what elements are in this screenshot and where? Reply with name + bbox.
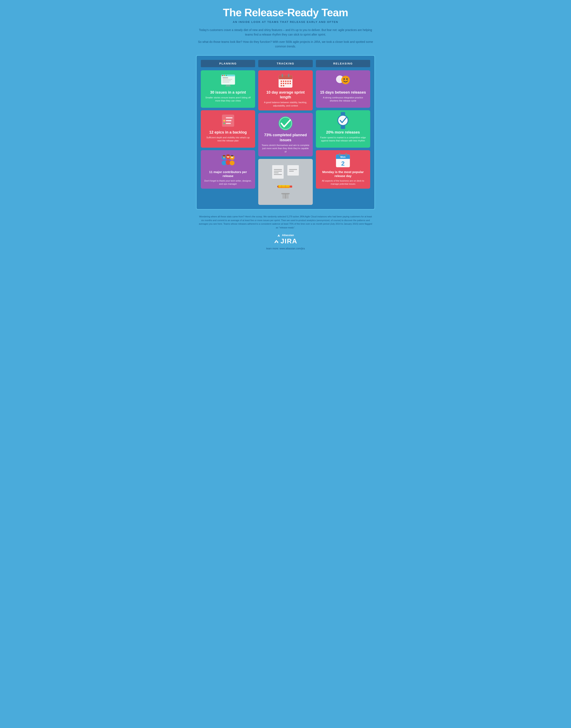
svg-rect-17 xyxy=(226,123,231,124)
svg-point-46 xyxy=(288,83,289,84)
tracking-column: 10 day average sprint length A good bala… xyxy=(258,70,313,205)
atlassian-brand: Atlassian xyxy=(196,234,375,237)
svg-point-48 xyxy=(281,85,282,86)
svg-rect-56 xyxy=(281,185,282,188)
releasing-stat-3: Monday is the most popular release day xyxy=(319,170,367,178)
svg-point-49 xyxy=(283,85,284,86)
svg-rect-1 xyxy=(221,75,235,76)
tracking-card-2: 73% completed planned issues Teams stret… xyxy=(258,113,313,156)
svg-rect-5 xyxy=(222,78,228,78)
screen-icon xyxy=(220,74,236,88)
releasing-card-1: 15 days between releases A strong contin… xyxy=(316,70,370,108)
releasing-card-3: Mon 2 Monday is the most popular release… xyxy=(316,150,370,189)
footer-disclaimer: Wondering where all these stats came fro… xyxy=(196,215,375,230)
page-header: The Release-Ready Team AN INSIDE LOOK AT… xyxy=(196,6,375,49)
planning-stat-3: 11 major contributors per release xyxy=(204,170,252,178)
svg-point-39 xyxy=(283,81,284,82)
planning-stat-2: 12 epics in a backlog xyxy=(209,130,247,135)
checkmark-icon xyxy=(277,116,294,131)
svg-text:2: 2 xyxy=(341,160,345,167)
svg-point-42 xyxy=(290,81,291,82)
svg-point-68 xyxy=(338,116,348,125)
tracking-desc-1: A good balance between stability, backlo… xyxy=(261,101,310,107)
svg-rect-66 xyxy=(341,126,345,129)
svg-rect-34 xyxy=(278,75,293,79)
svg-point-47 xyxy=(290,83,291,84)
svg-rect-57 xyxy=(285,185,286,188)
svg-point-41 xyxy=(288,81,289,82)
svg-point-79 xyxy=(277,241,278,243)
releasing-stat-2: 20% more releases xyxy=(326,130,360,135)
calendar-mon-icon: Mon 2 xyxy=(335,153,351,168)
svg-point-63 xyxy=(344,79,345,80)
svg-text:Mon: Mon xyxy=(340,155,346,158)
releasing-card-2: 20% more releases Faster speed to market… xyxy=(316,110,370,148)
tracking-stat-1: 10 day average sprint length xyxy=(261,90,310,100)
svg-point-78 xyxy=(275,241,276,243)
svg-rect-37 xyxy=(288,74,290,77)
releasing-stat-1: 15 days between releases xyxy=(320,90,366,95)
svg-point-2 xyxy=(222,75,223,76)
svg-point-16 xyxy=(223,123,225,124)
tracking-card-3 xyxy=(258,159,313,205)
svg-rect-74 xyxy=(345,153,347,156)
svg-point-77 xyxy=(279,236,280,237)
planning-desc-1: Smaller stories ensure teams aren't biti… xyxy=(204,96,252,103)
atlassian-logo: Atlassian JIRA xyxy=(196,234,375,245)
releasing-desc-2: Faster speed to market is a competitive … xyxy=(319,136,367,142)
svg-rect-30 xyxy=(230,161,235,165)
learn-more-link[interactable]: learn more: www.atlassian.com/jira xyxy=(196,247,375,250)
jira-icon xyxy=(274,238,279,245)
svg-point-38 xyxy=(281,81,282,82)
svg-point-62 xyxy=(341,76,350,84)
columns-body: 30 issues in a sprint Smaller stories en… xyxy=(201,70,370,205)
calendar-icon xyxy=(277,74,294,88)
planning-desc-3: Don't forget to thank your tech writer, … xyxy=(204,179,252,186)
planning-card-2: 12 epics in a backlog Sufficient depth a… xyxy=(201,110,255,148)
releasing-desc-1: A strong continuous integration practice… xyxy=(319,96,367,103)
svg-rect-9 xyxy=(226,85,230,86)
subtitle: AN INSIDE LOOK AT TEAMS THAT RELEASE EAR… xyxy=(196,20,375,23)
svg-rect-10 xyxy=(225,86,231,87)
planning-stat-1: 30 issues in a sprint xyxy=(210,90,246,95)
main-container: PLANNING TRACKING RELEASING xyxy=(196,55,375,210)
svg-point-4 xyxy=(226,75,227,76)
svg-rect-19 xyxy=(222,161,226,165)
svg-point-28 xyxy=(226,154,230,156)
svg-rect-15 xyxy=(226,120,231,121)
intro-text-1: Today's customers crave a steady diet of… xyxy=(196,28,375,37)
svg-rect-36 xyxy=(281,74,283,77)
svg-marker-55 xyxy=(277,185,278,188)
releasing-column: 15 days between releases A strong contin… xyxy=(316,70,370,205)
col-header-tracking: TRACKING xyxy=(258,60,313,67)
svg-point-40 xyxy=(285,81,287,82)
svg-point-32 xyxy=(231,155,233,157)
tracking-card-1: 10 day average sprint length A good bala… xyxy=(258,70,313,111)
svg-point-3 xyxy=(224,75,225,76)
svg-point-14 xyxy=(223,120,225,122)
svg-point-76 xyxy=(277,236,278,237)
svg-point-64 xyxy=(346,79,348,80)
watch-icon xyxy=(335,113,351,128)
svg-rect-8 xyxy=(222,82,229,83)
svg-point-21 xyxy=(222,155,225,157)
svg-point-43 xyxy=(281,83,282,84)
planning-card-3: 11 major contributors per release Don't … xyxy=(201,150,255,189)
planning-card-1: 30 issues in a sprint Smaller stories en… xyxy=(201,70,255,108)
planning-desc-2: Sufficient depth and visibility into wha… xyxy=(204,136,252,142)
svg-rect-7 xyxy=(222,80,231,81)
svg-rect-53 xyxy=(278,185,290,186)
svg-rect-6 xyxy=(222,79,232,80)
svg-rect-54 xyxy=(290,185,292,188)
tracking-stat-2: 73% completed planned issues xyxy=(261,133,310,142)
svg-point-50 xyxy=(278,117,293,130)
columns-header: PLANNING TRACKING RELEASING xyxy=(201,60,370,67)
svg-rect-13 xyxy=(226,117,232,118)
intro-text-2: So what do those teams look like? How do… xyxy=(196,39,375,49)
tracking-desc-2: Teams stretch themselves and aim to comp… xyxy=(261,144,310,153)
tracking-card-3-content xyxy=(269,162,302,202)
smiley-icon xyxy=(335,74,351,88)
svg-rect-59 xyxy=(281,193,290,194)
people-icon xyxy=(220,153,236,168)
svg-rect-26 xyxy=(226,160,230,165)
